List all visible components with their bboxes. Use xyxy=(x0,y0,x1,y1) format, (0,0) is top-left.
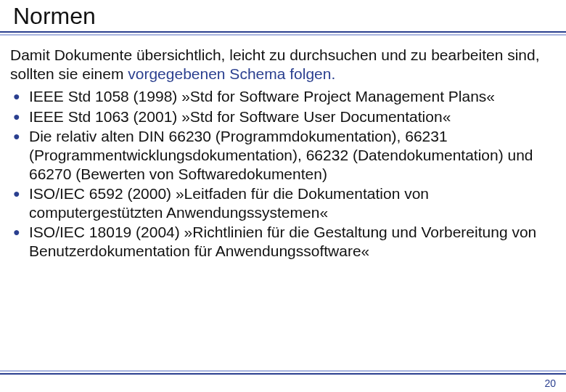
slide-content: Damit Dokumente übersichtlich, leicht zu… xyxy=(0,46,566,261)
intro-highlight: vorgegebenen Schema folgen. xyxy=(128,65,335,82)
slide-title: Normen xyxy=(13,3,566,30)
list-item: ISO/IEC 6592 (2000) »Leitfaden für die D… xyxy=(10,184,556,221)
bullet-text: Die relativ alten DIN 66230 (Programmdok… xyxy=(29,128,533,181)
list-item: IEEE Std 1058 (1998) »Std for Software P… xyxy=(10,87,556,106)
title-bar: Normen xyxy=(0,0,566,33)
slide: Normen Damit Dokumente übersichtlich, le… xyxy=(0,0,566,392)
bullet-text: IEEE Std 1058 (1998) »Std for Software P… xyxy=(29,88,495,105)
bullet-text: ISO/IEC 6592 (2000) »Leitfaden für die D… xyxy=(29,185,429,221)
bullet-text: ISO/IEC 18019 (2004) »Richtlinien für di… xyxy=(29,224,536,259)
bullet-list: IEEE Std 1058 (1998) »Std for Software P… xyxy=(10,87,556,260)
page-number: 20 xyxy=(544,377,556,389)
bullet-text: IEEE Std 1063 (2001) »Std for Software U… xyxy=(29,108,451,125)
list-item: IEEE Std 1063 (2001) »Std for Software U… xyxy=(10,107,556,126)
footer-accent-line xyxy=(0,370,566,372)
list-item: ISO/IEC 18019 (2004) »Richtlinien für di… xyxy=(10,223,556,260)
footer-line xyxy=(0,373,566,375)
accent-line xyxy=(0,34,566,36)
list-item: Die relativ alten DIN 66230 (Programmdok… xyxy=(10,127,556,183)
intro-paragraph: Damit Dokumente übersichtlich, leicht zu… xyxy=(10,46,556,83)
